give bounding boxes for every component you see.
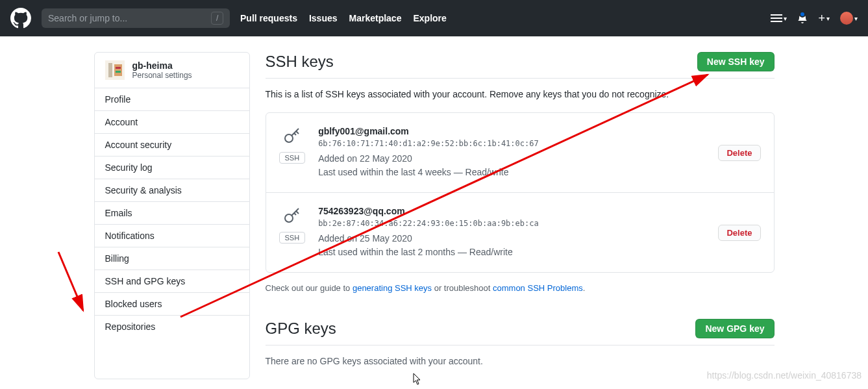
ssh-key-row: SSH gblfy001@gmail.com 6b:76:10:71:71:40… xyxy=(266,113,774,193)
key-title: gblfy001@gmail.com xyxy=(318,126,708,136)
ssh-description: This is a list of SSH keys associated wi… xyxy=(266,89,775,99)
svg-rect-4 xyxy=(108,63,112,77)
notifications-button[interactable] xyxy=(797,13,808,23)
settings-sidebar: gb-heima Personal settings Profile Accou… xyxy=(94,52,250,379)
watermark-text: https://blog.csdn.net/weixin_40816738 xyxy=(707,370,862,379)
new-ssh-key-button[interactable]: New SSH key xyxy=(697,52,775,71)
key-added-date: Added on 25 May 2020 xyxy=(318,232,708,245)
header-right: ▾ +▾ ▾ xyxy=(771,12,858,25)
new-gpg-key-button[interactable]: New GPG key xyxy=(695,319,774,338)
key-fingerprint: bb:2e:87:40:34:a6:22:24:93:0e:15:0b:aa:9… xyxy=(318,219,708,228)
search-input[interactable] xyxy=(48,13,211,23)
svg-line-14 xyxy=(296,211,299,214)
key-title: 754263923@qq.com xyxy=(318,206,708,216)
svg-rect-5 xyxy=(114,64,122,76)
ssh-key-row: SSH 754263923@qq.com bb:2e:87:40:34:a6:2… xyxy=(266,193,774,272)
sidebar-subtitle: Personal settings xyxy=(132,71,192,80)
sidebar-item-profile[interactable]: Profile xyxy=(95,88,249,111)
cursor-icon xyxy=(413,373,422,379)
svg-rect-0 xyxy=(771,14,782,16)
key-added-date: Added on 22 May 2020 xyxy=(318,152,708,166)
menu-dropdown[interactable]: ▾ xyxy=(771,14,787,23)
nav-pull-requests[interactable]: Pull requests xyxy=(240,13,297,23)
ssh-hint: Check out our guide to generating SSH ke… xyxy=(266,283,775,293)
key-fingerprint: 6b:76:10:71:71:40:d1:a2:9e:52:bb:6c:1b:4… xyxy=(318,139,708,148)
sidebar-item-security-analysis[interactable]: Security & analysis xyxy=(95,179,249,202)
hint-text: Check out our guide to xyxy=(266,283,353,293)
main-content: SSH keys New SSH key This is a list of S… xyxy=(266,52,775,379)
svg-rect-6 xyxy=(116,67,121,69)
key-icon xyxy=(282,206,303,227)
ssh-keys-list: SSH gblfy001@gmail.com 6b:76:10:71:71:40… xyxy=(266,112,775,273)
sidebar-item-account-security[interactable]: Account security xyxy=(95,134,249,157)
gpg-section-header: GPG keys New GPG key xyxy=(266,319,775,345)
github-logo-icon[interactable] xyxy=(10,8,31,29)
page-container: gb-heima Personal settings Profile Accou… xyxy=(84,52,785,379)
slash-key-icon: / xyxy=(211,12,223,25)
svg-line-16 xyxy=(58,252,83,310)
key-last-used: Last used within the last 2 months — Rea… xyxy=(318,245,708,259)
sidebar-item-security-log[interactable]: Security log xyxy=(95,157,249,179)
sidebar-item-emails[interactable]: Emails xyxy=(95,202,249,225)
create-new-dropdown[interactable]: +▾ xyxy=(818,12,830,25)
caret-down-icon: ▾ xyxy=(826,15,830,22)
svg-line-10 xyxy=(296,131,299,134)
key-last-used: Last used within the last 4 weeks — Read… xyxy=(318,166,708,179)
sidebar-item-billing[interactable]: Billing xyxy=(95,247,249,270)
delete-key-button[interactable]: Delete xyxy=(718,145,760,161)
search-box[interactable]: / xyxy=(42,8,230,28)
ssh-badge: SSH xyxy=(279,232,306,244)
link-common-ssh-problems[interactable]: common SSH Problems xyxy=(493,283,583,293)
sidebar-username: gb-heima xyxy=(132,60,192,71)
sidebar-item-account[interactable]: Account xyxy=(95,111,249,134)
svg-line-15 xyxy=(294,213,296,215)
hint-text: or troubleshoot xyxy=(432,283,493,293)
ssh-title: SSH keys xyxy=(266,53,334,71)
user-menu-dropdown[interactable]: ▾ xyxy=(840,12,858,25)
key-icon xyxy=(282,126,303,147)
hint-text: . xyxy=(583,283,586,293)
caret-down-icon: ▾ xyxy=(854,15,858,22)
sidebar-header: gb-heima Personal settings xyxy=(95,53,249,88)
svg-line-11 xyxy=(294,133,296,135)
ssh-section-header: SSH keys New SSH key xyxy=(266,52,775,79)
caret-down-icon: ▾ xyxy=(784,15,787,22)
gpg-empty-text: There are no GPG keys associated with yo… xyxy=(266,356,775,366)
sidebar-item-ssh-gpg-keys[interactable]: SSH and GPG keys xyxy=(95,270,249,293)
sidebar-item-blocked-users[interactable]: Blocked users xyxy=(95,293,249,316)
svg-rect-7 xyxy=(116,71,121,73)
avatar-icon xyxy=(840,12,853,25)
nav-issues[interactable]: Issues xyxy=(309,13,338,23)
nav-explore[interactable]: Explore xyxy=(413,13,446,23)
link-generating-ssh-keys[interactable]: generating SSH keys xyxy=(353,283,432,293)
sidebar-item-notifications[interactable]: Notifications xyxy=(95,225,249,247)
gpg-title: GPG keys xyxy=(266,320,336,338)
ssh-badge: SSH xyxy=(279,152,306,164)
header-nav: Pull requests Issues Marketplace Explore xyxy=(240,13,447,23)
svg-rect-1 xyxy=(771,18,782,19)
sidebar-item-repositories[interactable]: Repositories xyxy=(95,316,249,338)
nav-marketplace[interactable]: Marketplace xyxy=(349,13,402,23)
delete-key-button[interactable]: Delete xyxy=(718,225,760,241)
user-avatar-icon xyxy=(105,60,125,80)
global-header: / Pull requests Issues Marketplace Explo… xyxy=(0,0,868,36)
svg-rect-2 xyxy=(771,21,782,22)
